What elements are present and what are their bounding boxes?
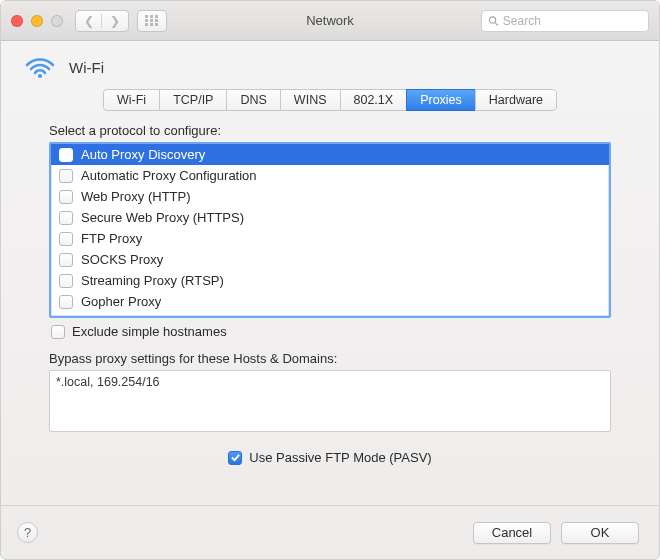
exclude-simple-label: Exclude simple hostnames xyxy=(72,324,227,339)
search-input[interactable] xyxy=(503,14,642,28)
passive-ftp-checkbox[interactable] xyxy=(228,451,242,465)
protocol-row[interactable]: Automatic Proxy Configuration xyxy=(51,165,609,186)
tab-wins[interactable]: WINS xyxy=(280,89,340,111)
zoom-window-button[interactable] xyxy=(51,15,63,27)
tab-hardware[interactable]: Hardware xyxy=(475,89,557,111)
protocol-checkbox[interactable] xyxy=(59,274,73,288)
svg-rect-5 xyxy=(155,19,158,22)
svg-rect-8 xyxy=(155,23,158,26)
protocol-label: Gopher Proxy xyxy=(81,294,161,309)
help-button[interactable]: ? xyxy=(17,522,38,543)
footer: ? Cancel OK xyxy=(1,505,659,559)
protocol-row[interactable]: Auto Proxy Discovery xyxy=(51,144,609,165)
svg-rect-3 xyxy=(145,19,148,22)
passive-ftp-row[interactable]: Use Passive FTP Mode (PASV) xyxy=(49,450,611,465)
protocol-checkbox[interactable] xyxy=(59,232,73,246)
nav-back-forward: ❮ ❯ xyxy=(75,10,129,32)
bypass-textarea[interactable]: *.local, 169.254/16 xyxy=(49,370,611,432)
cancel-button[interactable]: Cancel xyxy=(473,522,551,544)
exclude-simple-checkbox[interactable] xyxy=(51,325,65,339)
svg-rect-2 xyxy=(155,15,158,18)
protocol-label: Web Proxy (HTTP) xyxy=(81,189,191,204)
protocol-label: SOCKS Proxy xyxy=(81,252,163,267)
svg-rect-1 xyxy=(150,15,153,18)
protocol-checkbox[interactable] xyxy=(59,148,73,162)
forward-button[interactable]: ❯ xyxy=(102,14,128,28)
protocol-list[interactable]: Auto Proxy DiscoveryAutomatic Proxy Conf… xyxy=(49,142,611,318)
svg-point-11 xyxy=(38,74,42,78)
protocol-label: Automatic Proxy Configuration xyxy=(81,168,257,183)
protocol-row[interactable]: Secure Web Proxy (HTTPS) xyxy=(51,207,609,228)
back-button[interactable]: ❮ xyxy=(76,14,102,28)
search-field-wrap[interactable] xyxy=(481,10,649,32)
grid-icon xyxy=(145,15,159,26)
svg-rect-6 xyxy=(145,23,148,26)
minimize-window-button[interactable] xyxy=(31,15,43,27)
ok-button[interactable]: OK xyxy=(561,522,639,544)
pane-title: Wi-Fi xyxy=(69,59,104,76)
network-preferences-window: ❮ ❯ Network xyxy=(0,0,660,560)
svg-line-10 xyxy=(495,22,498,25)
protocol-list-label: Select a protocol to configure: xyxy=(49,123,611,138)
pane-header: Wi-Fi xyxy=(1,41,659,87)
tab-802-1x[interactable]: 802.1X xyxy=(340,89,407,111)
protocol-checkbox[interactable] xyxy=(59,169,73,183)
protocol-label: FTP Proxy xyxy=(81,231,142,246)
protocol-label: Auto Proxy Discovery xyxy=(81,147,205,162)
wifi-icon xyxy=(25,55,55,79)
tab-proxies[interactable]: Proxies xyxy=(406,89,475,111)
protocol-label: Secure Web Proxy (HTTPS) xyxy=(81,210,244,225)
tab-tcp-ip[interactable]: TCP/IP xyxy=(159,89,226,111)
protocol-row[interactable]: SOCKS Proxy xyxy=(51,249,609,270)
svg-point-9 xyxy=(489,16,495,22)
tab-wi-fi[interactable]: Wi-Fi xyxy=(103,89,159,111)
tab-dns[interactable]: DNS xyxy=(226,89,279,111)
exclude-simple-hostnames-row[interactable]: Exclude simple hostnames xyxy=(49,318,611,351)
proxies-panel: Select a protocol to configure: Auto Pro… xyxy=(1,117,659,505)
titlebar: ❮ ❯ Network xyxy=(1,1,659,41)
protocol-checkbox[interactable] xyxy=(59,190,73,204)
protocol-checkbox[interactable] xyxy=(59,211,73,225)
window-controls xyxy=(11,15,63,27)
svg-rect-4 xyxy=(150,19,153,22)
svg-rect-0 xyxy=(145,15,148,18)
protocol-checkbox[interactable] xyxy=(59,295,73,309)
search-icon xyxy=(488,15,499,27)
passive-ftp-label: Use Passive FTP Mode (PASV) xyxy=(249,450,431,465)
tab-bar: Wi-FiTCP/IPDNSWINS802.1XProxiesHardware xyxy=(1,89,659,111)
protocol-row[interactable]: Gopher Proxy xyxy=(51,291,609,312)
protocol-checkbox[interactable] xyxy=(59,253,73,267)
show-all-button[interactable] xyxy=(137,10,167,32)
close-window-button[interactable] xyxy=(11,15,23,27)
protocol-label: Streaming Proxy (RTSP) xyxy=(81,273,224,288)
svg-rect-7 xyxy=(150,23,153,26)
bypass-label: Bypass proxy settings for these Hosts & … xyxy=(49,351,611,366)
protocol-row[interactable]: FTP Proxy xyxy=(51,228,609,249)
protocol-row[interactable]: Streaming Proxy (RTSP) xyxy=(51,270,609,291)
protocol-row[interactable]: Web Proxy (HTTP) xyxy=(51,186,609,207)
